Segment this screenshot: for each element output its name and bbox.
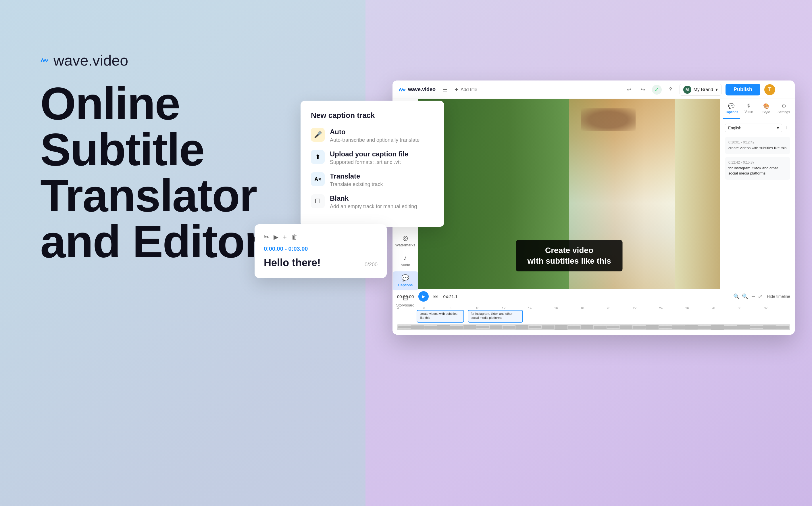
settings-tab-icon: ⚙ bbox=[782, 103, 786, 109]
caption-text-row: Hello there! 0/200 bbox=[264, 257, 378, 269]
mark-16: 16 bbox=[554, 307, 581, 310]
language-chevron-icon: ▾ bbox=[777, 125, 779, 130]
publish-button[interactable]: Publish bbox=[725, 84, 760, 95]
timeline-track: 4 6 8 10 12 14 16 18 20 22 24 26 28 30 bbox=[393, 304, 795, 333]
language-row: English ▾ + bbox=[725, 123, 790, 132]
caption-text-2: for Instagram, tiktok and other social m… bbox=[728, 166, 787, 176]
video-subtitle: Create video with subtitles like this bbox=[516, 240, 623, 271]
sidebar-item-captions[interactable]: 💬 Captions bbox=[393, 271, 418, 290]
sidebar-label-audio: Audio bbox=[401, 263, 410, 267]
hide-timeline-label: Hide timeline bbox=[767, 294, 790, 299]
mark-32: 32 bbox=[764, 307, 790, 310]
brand-name: wave.video bbox=[54, 52, 128, 69]
caption-time-2: 0:12:42 - 0:15:37 bbox=[728, 160, 787, 164]
mark-22: 22 bbox=[633, 307, 659, 310]
timeline-controls: 00:00:00 ▶ ⏭ 04:21.1 🔍 🔍 ↔ ⤢ Hide timeli… bbox=[393, 289, 795, 304]
caption-item-2[interactable]: 0:12:42 - 0:15:37 for Instagram, tiktok … bbox=[725, 157, 790, 179]
total-time: 04:21.1 bbox=[443, 294, 458, 299]
tab-settings[interactable]: ⚙ Settings bbox=[775, 99, 793, 119]
mark-14: 14 bbox=[528, 307, 554, 310]
mark-28: 28 bbox=[711, 307, 737, 310]
mark-12: 12 bbox=[502, 307, 528, 310]
blank-label: Blank bbox=[330, 194, 417, 202]
topbar-controls: ↩ ↪ ✓ ? M My Brand ▾ Publish T ⋯ bbox=[624, 84, 789, 96]
hat-shape bbox=[581, 108, 635, 131]
caption-item-1[interactable]: 0:10:01 - 0:12:42 create videos with sub… bbox=[725, 137, 790, 154]
wave-logo-icon bbox=[40, 58, 48, 63]
sidebar-label-captions: Captions bbox=[398, 283, 413, 287]
mark-8: 8 bbox=[449, 307, 476, 310]
more-button[interactable]: ⋯ bbox=[779, 85, 789, 95]
timeline-ruler: 4 6 8 10 12 14 16 18 20 22 24 26 28 30 bbox=[397, 307, 790, 310]
add-title-area[interactable]: ✚ Add title bbox=[454, 87, 477, 92]
content: wave.video Online Subtitle Translator an… bbox=[0, 0, 812, 506]
help-button[interactable]: ? bbox=[666, 85, 676, 95]
play-button[interactable]: ▶ bbox=[418, 291, 429, 302]
caption-hello-text: Hello there! bbox=[264, 257, 321, 269]
caption-popup-title: New caption track bbox=[311, 111, 434, 120]
video-frame: Create video with subtitles like this bbox=[418, 99, 720, 289]
tab-captions[interactable]: 💬 Captions bbox=[723, 99, 740, 119]
caption-time-1: 0:10:01 - 0:12:42 bbox=[728, 140, 787, 144]
brand-row: wave.video bbox=[40, 52, 299, 69]
caption-option-upload[interactable]: ⬆ Upload your caption file Supported for… bbox=[311, 150, 434, 165]
mybrand-chevron-icon: ▾ bbox=[715, 87, 718, 92]
translate-label: Translate bbox=[330, 172, 383, 180]
user-avatar[interactable]: T bbox=[764, 84, 775, 95]
timeline-area: 00:00:00 ▶ ⏭ 04:21.1 🔍 🔍 ↔ ⤢ Hide timeli… bbox=[393, 289, 795, 335]
add-language-button[interactable]: + bbox=[782, 124, 790, 132]
auto-label: Auto bbox=[330, 128, 419, 136]
auto-icon: 🎤 bbox=[311, 128, 325, 142]
audio-icon: ♪ bbox=[404, 254, 407, 262]
check-indicator: ✓ bbox=[652, 85, 662, 95]
captions-icon: 💬 bbox=[401, 274, 409, 282]
zoom-out-button[interactable]: 🔍 bbox=[742, 293, 748, 300]
caption-text-1: create videos with subtitles like this bbox=[728, 146, 787, 151]
caption-clip-2[interactable]: for instagram, tiktok and other social m… bbox=[468, 310, 523, 323]
expand-button[interactable]: ⤢ bbox=[758, 293, 762, 300]
zoom-controls: 🔍 🔍 ↔ ⤢ bbox=[733, 293, 762, 300]
add-caption-button[interactable]: + bbox=[283, 234, 287, 241]
video-area: Create video with subtitles like this bbox=[418, 99, 720, 289]
language-label: English bbox=[728, 125, 741, 130]
mybrand-badge[interactable]: M My Brand ▾ bbox=[680, 84, 721, 96]
hide-timeline-button[interactable]: Hide timeline bbox=[767, 294, 790, 299]
waveform bbox=[397, 324, 790, 330]
fit-button[interactable]: ↔ bbox=[750, 293, 756, 300]
caption-option-auto[interactable]: 🎤 Auto Auto-transcribe and optionally tr… bbox=[311, 128, 434, 143]
sidebar-item-audio[interactable]: ♪ Audio bbox=[393, 251, 418, 270]
upload-label: Upload your caption file bbox=[330, 150, 408, 158]
tab-voice[interactable]: 🎙 Voice bbox=[740, 99, 758, 119]
subtitle-line2: with subtitles like this bbox=[527, 256, 611, 266]
delete-caption-button[interactable]: 🗑 bbox=[291, 234, 298, 241]
translate-icon: A× bbox=[311, 172, 325, 186]
caption-option-blank[interactable]: ☐ Blank Add an empty track for manual ed… bbox=[311, 194, 434, 209]
topbar-logo: wave.video bbox=[398, 87, 435, 93]
undo-button[interactable]: ↩ bbox=[624, 85, 634, 95]
track-play-button[interactable]: ▶ bbox=[274, 234, 279, 241]
skip-end-button[interactable]: ⏭ bbox=[433, 293, 438, 300]
waveform-bars bbox=[397, 324, 790, 330]
mybrand-label: My Brand bbox=[694, 87, 713, 92]
sidebar-label-watermarks: Watermarks bbox=[395, 243, 415, 248]
tab-style[interactable]: 🎨 Style bbox=[758, 99, 775, 119]
mark-24: 24 bbox=[659, 307, 685, 310]
clip-text-1: create videos with subtitles like this bbox=[419, 312, 461, 320]
caption-option-translate[interactable]: A× Translate Translate existing track bbox=[311, 172, 434, 187]
blank-desc: Add an empty track for manual editing bbox=[330, 203, 417, 209]
menu-button[interactable]: ☰ bbox=[440, 85, 450, 95]
caption-clip-1[interactable]: create videos with subtitles like this bbox=[417, 310, 464, 323]
clips-container: create videos with subtitles like this f… bbox=[397, 310, 790, 324]
language-select[interactable]: English ▾ bbox=[725, 123, 782, 132]
style-tab-icon: 🎨 bbox=[763, 103, 770, 109]
sidebar-item-watermarks[interactable]: ◎ Watermarks bbox=[393, 232, 418, 250]
redo-button[interactable]: ↪ bbox=[638, 85, 648, 95]
char-count: 0/200 bbox=[365, 262, 378, 268]
translate-desc: Translate existing track bbox=[330, 181, 383, 187]
mark-26: 26 bbox=[685, 307, 711, 310]
zoom-in-button[interactable]: 🔍 bbox=[733, 293, 739, 300]
blank-icon: ☐ bbox=[311, 194, 325, 208]
upload-desc: Supported formats: .srt and .vtt bbox=[330, 159, 408, 165]
mark-20: 20 bbox=[607, 307, 633, 310]
scissors-button[interactable]: ✂ bbox=[264, 234, 269, 241]
